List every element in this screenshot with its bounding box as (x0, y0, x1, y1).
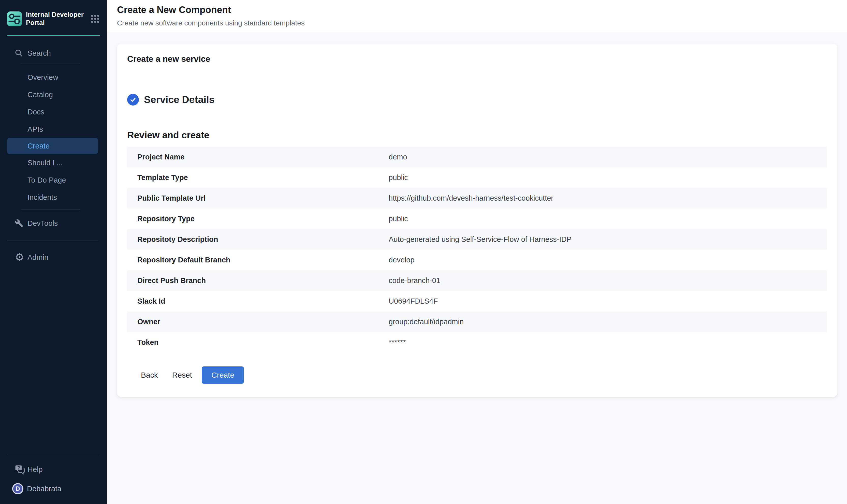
idp-logo-icon (7, 12, 22, 26)
row-value: Auto-generated using Self-Service-Flow o… (389, 235, 572, 244)
main-area: Create a New Component Create new softwa… (107, 0, 847, 504)
row-label: Token (137, 338, 389, 347)
sidebar-item-label: Search (28, 49, 51, 57)
row-label: Direct Push Branch (137, 276, 389, 285)
row-label: Owner (137, 318, 389, 326)
sidebar-nav: Search Overview Catalog Docs APIs Create… (0, 36, 107, 504)
create-service-card: Create a new service Service Details Rev… (117, 43, 837, 397)
table-row: Repositoty Description Auto-generated us… (127, 229, 827, 250)
section-divider (7, 455, 98, 455)
table-row: Token ****** (127, 332, 827, 353)
sidebar-item-todo-page[interactable]: To Do Page (0, 172, 107, 189)
table-row: Slack Id U0694FDLS4F (127, 291, 827, 311)
row-value: develop (389, 256, 415, 264)
step-label: Service Details (144, 94, 215, 105)
review-table: Project Name demo Template Type public P… (127, 147, 827, 353)
divider (21, 64, 80, 64)
card-title: Create a new service (127, 54, 827, 64)
row-value: public (389, 174, 408, 182)
sidebar-item-devtools[interactable]: DevTools (0, 215, 107, 232)
brand-title: Internal Developer Portal (26, 11, 90, 27)
sidebar-item-should-i[interactable]: Should I ... (0, 154, 107, 172)
nav-admin: ⚙ Admin (0, 249, 107, 266)
wrench-icon (15, 219, 23, 228)
row-value: U0694FDLS4F (389, 297, 438, 305)
brand: Internal Developer Portal (0, 0, 107, 33)
sidebar-item-incidents[interactable]: Incidents (0, 189, 107, 206)
reset-button[interactable]: Reset (167, 367, 198, 383)
sidebar-spacer (0, 266, 107, 455)
row-label: Slack Id (137, 297, 389, 305)
sidebar-bottom: ? Help D Debabrata (0, 455, 107, 504)
row-value: demo (389, 153, 407, 161)
table-row: Owner group:default/idpadmin (127, 311, 827, 332)
divider (21, 210, 80, 210)
check-icon (127, 94, 139, 106)
row-label: Repositoty Description (137, 235, 389, 244)
row-label: Repository Default Branch (137, 256, 389, 264)
sidebar-item-create[interactable]: Create (7, 138, 98, 154)
help-icon: ? (15, 464, 25, 474)
row-label: Public Template Url (137, 194, 389, 202)
sidebar-item-help[interactable]: ? Help (0, 461, 107, 478)
page-title: Create a New Component (117, 0, 847, 15)
nav-devtools: DevTools (0, 215, 107, 232)
row-label: Template Type (137, 174, 389, 182)
table-row: Repository Default Branch develop (127, 250, 827, 270)
gear-icon: ⚙ (15, 252, 24, 263)
content: Create a new service Service Details Rev… (107, 32, 847, 504)
svg-text:?: ? (17, 465, 20, 470)
sidebar-item-overview[interactable]: Overview (0, 69, 107, 86)
search-icon (15, 49, 23, 57)
row-value: public (389, 215, 408, 223)
back-button[interactable]: Back (135, 367, 164, 383)
page-header: Create a New Component Create new softwa… (107, 0, 847, 32)
row-label: Repository Type (137, 215, 389, 223)
row-value: ****** (389, 338, 406, 347)
sidebar-item-catalog[interactable]: Catalog (0, 86, 107, 103)
row-value: code-branch-01 (389, 276, 440, 285)
sidebar-user[interactable]: D Debabrata (0, 478, 107, 500)
section-divider (7, 240, 98, 241)
page-subtitle: Create new software components using sta… (117, 19, 847, 27)
sidebar-item-docs[interactable]: Docs (0, 103, 107, 121)
form-actions: Back Reset Create (127, 366, 827, 384)
table-row: Template Type public (127, 167, 827, 188)
table-row: Public Template Url https://github.com/d… (127, 188, 827, 209)
apps-grid-icon[interactable] (90, 14, 100, 24)
user-name: Debabrata (27, 485, 61, 493)
row-label: Project Name (137, 153, 389, 161)
avatar: D (12, 483, 23, 494)
page: Internal Developer Portal (0, 0, 847, 504)
table-row: Repository Type public (127, 209, 827, 229)
sidebar-item-search[interactable]: Search (0, 44, 107, 62)
review-heading: Review and create (127, 130, 827, 141)
table-row: Direct Push Branch code-branch-01 (127, 270, 827, 291)
nav-main: Overview Catalog Docs APIs Create Should… (0, 69, 107, 206)
row-value: group:default/idpadmin (389, 318, 464, 326)
sidebar-item-apis[interactable]: APIs (0, 121, 107, 138)
create-button[interactable]: Create (202, 366, 244, 384)
sidebar: Internal Developer Portal (0, 0, 107, 504)
table-row: Project Name demo (127, 147, 827, 167)
sidebar-item-admin[interactable]: ⚙ Admin (0, 249, 107, 266)
row-value: https://github.com/devesh-harness/test-c… (389, 194, 554, 202)
step-service-details[interactable]: Service Details (127, 94, 827, 106)
